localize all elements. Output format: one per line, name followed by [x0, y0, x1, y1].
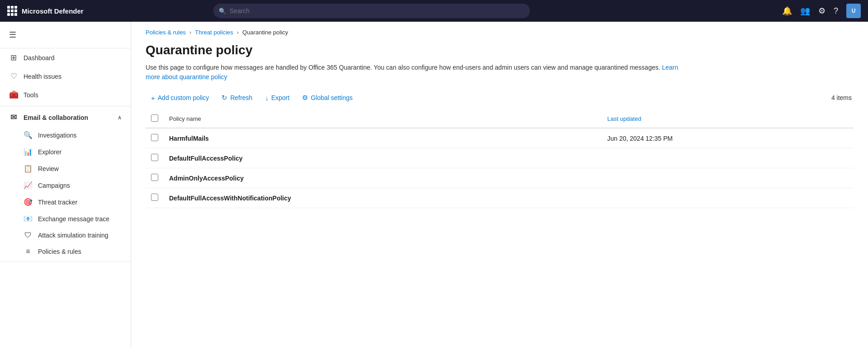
table-row[interactable]: DefaultFullAccessPolicy: [146, 148, 854, 168]
investigations-icon: 🔍: [24, 131, 33, 139]
sidebar: ☰ ⊞ Dashboard ♡ Health issues 🧰 Tools ✉ …: [0, 22, 131, 347]
table-header-last-updated[interactable]: Last updated: [602, 110, 854, 128]
breadcrumb-separator-1: ›: [189, 29, 191, 36]
sidebar-item-label: Dashboard: [24, 54, 55, 62]
global-settings-button[interactable]: ⚙ Global settings: [297, 91, 358, 105]
add-icon: +: [151, 94, 155, 102]
sidebar-sub-label: Campaigns: [38, 182, 70, 189]
select-all-checkbox[interactable]: [151, 114, 158, 122]
row-3-last-updated: [602, 168, 854, 188]
add-custom-policy-button[interactable]: + Add custom policy: [146, 91, 214, 105]
sidebar-sub-label: Review: [38, 165, 59, 172]
hamburger-icon: ☰: [9, 30, 16, 40]
campaigns-icon: 📈: [24, 181, 33, 190]
refresh-label: Refresh: [230, 94, 252, 101]
sidebar-section-email-collaboration[interactable]: ✉ Email & collaboration ∧: [0, 108, 131, 127]
table-header-checkbox: [146, 110, 164, 128]
people-button[interactable]: 👥: [800, 7, 810, 15]
attack-simulation-icon: 🛡: [24, 231, 33, 239]
table-header-policy-name: Policy name: [164, 110, 602, 128]
app-name: Microsoft Defender: [22, 7, 84, 15]
health-issues-icon: ♡: [9, 71, 18, 81]
policy-table: Policy name Last updated HarmfulMails Ju…: [146, 110, 854, 208]
section-label: Email & collaboration: [24, 114, 88, 121]
sidebar-sub-label: Explorer: [38, 148, 61, 156]
breadcrumb: Policies & rules › Threat policies › Qua…: [131, 22, 868, 39]
page-title: Quarantine policy: [146, 43, 854, 57]
search-bar: 🔍: [213, 4, 530, 18]
items-count: 4 items: [831, 94, 854, 101]
breadcrumb-separator-2: ›: [237, 29, 239, 36]
breadcrumb-policies-rules[interactable]: Policies & rules: [146, 29, 186, 36]
review-icon: 📋: [24, 164, 33, 173]
table-row[interactable]: DefaultFullAccessWithNotificationPolicy: [146, 188, 854, 208]
row-4-checkbox-cell: [146, 188, 164, 208]
sidebar-sub-label: Exchange message trace: [38, 215, 109, 223]
sidebar-item-investigations[interactable]: 🔍 Investigations: [0, 127, 131, 143]
main-content: Policies & rules › Threat policies › Qua…: [131, 22, 868, 347]
sidebar-top: ☰: [0, 22, 131, 48]
avatar[interactable]: U: [846, 4, 861, 18]
sidebar-divider: [0, 106, 131, 106]
sidebar-item-tools[interactable]: 🧰 Tools: [0, 86, 131, 104]
export-button[interactable]: ↓ Export: [259, 91, 295, 105]
page-content: Quarantine policy Use this page to confi…: [131, 39, 868, 223]
topnav-actions: 🔔 👥 ⚙ ? U: [782, 4, 861, 18]
policies-icon: ≡: [24, 247, 33, 256]
sidebar-item-policies-rules[interactable]: ≡ Policies & rules: [0, 243, 131, 260]
export-icon: ↓: [265, 94, 269, 102]
refresh-icon: ↻: [222, 94, 227, 102]
sidebar-item-attack-simulation-training[interactable]: 🛡 Attack simulation training: [0, 227, 131, 243]
apps-grid-icon[interactable]: [7, 6, 17, 16]
table-row[interactable]: HarmfulMails Jun 20, 2024 12:35 PM: [146, 128, 854, 148]
notification-button[interactable]: 🔔: [782, 7, 792, 15]
sidebar-item-explorer[interactable]: 📊 Explorer: [0, 143, 131, 160]
row-1-checkbox[interactable]: [151, 134, 158, 141]
row-3-checkbox-cell: [146, 168, 164, 188]
app-logo: Microsoft Defender: [7, 6, 84, 16]
sidebar-item-exchange-message-trace[interactable]: 📧 Exchange message trace: [0, 210, 131, 227]
table-header: Policy name Last updated: [146, 110, 854, 128]
breadcrumb-threat-policies[interactable]: Threat policies: [195, 29, 233, 36]
row-1-last-updated: Jun 20, 2024 12:35 PM: [602, 128, 854, 148]
sidebar-sub-label: Investigations: [38, 132, 77, 139]
sidebar-sub-label: Policies & rules: [38, 248, 81, 255]
search-input[interactable]: [213, 4, 530, 18]
help-button[interactable]: ?: [834, 7, 838, 15]
row-2-checkbox-cell: [146, 148, 164, 168]
sidebar-sub-label: Attack simulation training: [38, 232, 108, 239]
dashboard-icon: ⊞: [9, 53, 18, 62]
row-1-policy-name[interactable]: HarmfulMails: [164, 128, 602, 148]
main-layout: ☰ ⊞ Dashboard ♡ Health issues 🧰 Tools ✉ …: [0, 22, 868, 347]
search-icon: 🔍: [219, 8, 226, 14]
sidebar-item-threat-tracker[interactable]: 🎯 Threat tracker: [0, 194, 131, 210]
sidebar-item-review[interactable]: 📋 Review: [0, 160, 131, 177]
row-2-policy-name[interactable]: DefaultFullAccessPolicy: [164, 148, 602, 168]
global-settings-icon: ⚙: [302, 94, 308, 102]
refresh-button[interactable]: ↻ Refresh: [216, 91, 258, 105]
row-4-last-updated: [602, 188, 854, 208]
tools-icon: 🧰: [9, 90, 18, 100]
top-navigation: Microsoft Defender 🔍 🔔 👥 ⚙ ? U: [0, 0, 868, 22]
breadcrumb-current: Quarantine policy: [242, 29, 288, 36]
row-3-policy-name[interactable]: AdminOnlyAccessPolicy: [164, 168, 602, 188]
sidebar-item-health-issues[interactable]: ♡ Health issues: [0, 67, 131, 86]
sidebar-collapse-button[interactable]: ☰: [0, 25, 131, 44]
row-1-checkbox-cell: [146, 128, 164, 148]
table-body: HarmfulMails Jun 20, 2024 12:35 PM Defau…: [146, 128, 854, 208]
table-row[interactable]: AdminOnlyAccessPolicy: [146, 168, 854, 188]
email-icon: ✉: [9, 113, 18, 122]
settings-button[interactable]: ⚙: [818, 7, 826, 15]
threat-tracker-icon: 🎯: [24, 198, 33, 206]
row-4-checkbox[interactable]: [151, 194, 158, 201]
sidebar-item-campaigns[interactable]: 📈 Campaigns: [0, 177, 131, 194]
sidebar-divider-bottom: [0, 261, 131, 262]
sidebar-sub-label: Threat tracker: [38, 199, 77, 206]
row-3-checkbox[interactable]: [151, 174, 158, 181]
toolbar: + Add custom policy ↻ Refresh ↓ Export ⚙…: [146, 91, 854, 105]
row-4-policy-name[interactable]: DefaultFullAccessWithNotificationPolicy: [164, 188, 602, 208]
row-2-checkbox[interactable]: [151, 154, 158, 161]
global-settings-label: Global settings: [311, 94, 353, 101]
add-label: Add custom policy: [158, 94, 209, 101]
sidebar-item-dashboard[interactable]: ⊞ Dashboard: [0, 48, 131, 67]
